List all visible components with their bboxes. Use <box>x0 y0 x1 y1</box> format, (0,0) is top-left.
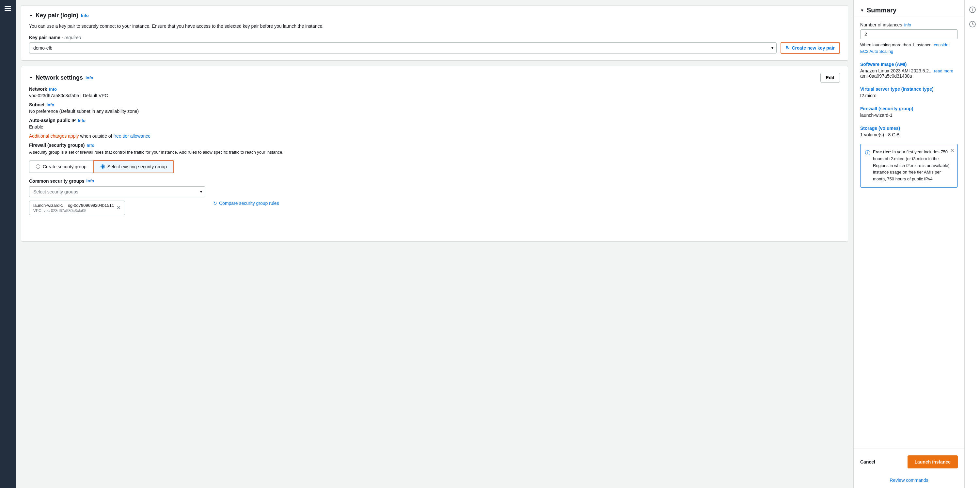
subnet-field-label: Subnet <box>29 102 45 107</box>
sg-tag: launch-wizard-1 sg-0d7909699204b1511 VPC… <box>29 201 125 215</box>
cancel-button[interactable]: Cancel <box>860 459 875 464</box>
charges-row: Additional charges apply when outside of… <box>29 133 840 139</box>
keypair-info-link[interactable]: Info <box>81 13 89 18</box>
subnet-field-info[interactable]: Info <box>46 103 54 107</box>
sidebar-toggle[interactable] <box>0 0 16 488</box>
instance-type-label[interactable]: Virtual server type (instance type) <box>860 86 958 92</box>
instance-type-value: t2.micro <box>860 93 958 98</box>
firewall-info-link[interactable]: Info <box>86 143 94 148</box>
sg-tag-remove-icon[interactable]: ✕ <box>116 205 121 211</box>
instances-input[interactable] <box>860 29 958 39</box>
scaling-note: When launching more than 1 instance, con… <box>860 42 958 54</box>
create-keypair-button[interactable]: ↻ Create new key pair <box>781 42 840 54</box>
sg-tag-name: launch-wizard-1 sg-0d7909699204b1511 VPC… <box>33 203 114 213</box>
ami-id: ami-0aa097a5c0d31430a <box>860 73 912 79</box>
triangle-icon: ▼ <box>29 13 33 18</box>
svg-rect-0 <box>5 6 11 7</box>
network-label-row: Network Info <box>29 86 840 92</box>
keypair-select-wrapper: demo-elb ▾ <box>29 43 776 54</box>
firewall-summary-label[interactable]: Firewall (security group) <box>860 106 958 111</box>
ami-value: Amazon Linux 2023 AMI 2023.5.2... read m… <box>860 68 958 79</box>
storage-value: 1 volume(s) - 8 GiB <box>860 132 958 137</box>
info-icon-far-right[interactable]: i <box>968 5 977 14</box>
radio-create-security-group[interactable]: Create security group <box>29 160 93 173</box>
keypair-description: You can use a key pair to securely conne… <box>29 23 840 30</box>
free-tier-box: ✕ ⓘ Free tier: In your first year includ… <box>860 144 958 188</box>
sg-tag-vpc: VPC: vpc-023d67a580c3cfa05 <box>33 208 114 213</box>
svg-rect-1 <box>5 8 11 9</box>
compare-refresh-icon: ↻ <box>213 201 217 206</box>
network-triangle-icon: ▼ <box>29 75 33 80</box>
free-tier-info-icon: ⓘ <box>865 149 870 157</box>
summary-header: ▼ Summary <box>854 0 964 18</box>
network-header: ▼ Network settings Info Edit <box>29 73 840 82</box>
storage-label[interactable]: Storage (volumes) <box>860 125 958 131</box>
free-tier-allowance-link[interactable]: free tier allowance <box>113 133 151 139</box>
firewall-radio-group: Create security group Select existing se… <box>29 160 840 173</box>
keypair-select[interactable]: demo-elb <box>29 43 776 54</box>
keypair-header: ▼ Key pair (login) Info <box>29 12 840 19</box>
network-field-label: Network <box>29 86 47 92</box>
firewall-field: Firewall (security group) launch-wizard-… <box>854 102 964 122</box>
common-sg-info[interactable]: Info <box>86 178 94 183</box>
ami-label[interactable]: Software Image (AMI) <box>860 62 958 67</box>
summary-triangle-icon: ▼ <box>860 8 864 13</box>
firewall-field-label: Firewall (security groups) <box>29 143 84 148</box>
bottom-actions: Cancel Launch instance <box>854 448 964 475</box>
network-card: ▼ Network settings Info Edit Network Inf… <box>21 66 848 242</box>
svg-text:i: i <box>972 8 973 13</box>
auto-assign-label: Auto-assign public IP <box>29 118 76 123</box>
instances-label-row: Number of instances Info <box>860 22 958 27</box>
launch-instance-button[interactable]: Launch instance <box>908 455 958 469</box>
keypair-field-label: Key pair name - required <box>29 35 840 40</box>
radio-select-existing-security-group[interactable]: Select existing security group <box>93 160 174 173</box>
network-title-text: Network settings <box>36 74 83 81</box>
keypair-card: ▼ Key pair (login) Info You can use a ke… <box>21 5 848 61</box>
instance-type-field: Virtual server type (instance type) t2.m… <box>854 82 964 102</box>
summary-panel: ▼ Summary Number of instances Info When … <box>853 0 964 488</box>
free-tier-text: Free tier: In your first year includes 7… <box>873 149 953 183</box>
network-edit-button[interactable]: Edit <box>820 73 840 82</box>
free-tier-close-button[interactable]: ✕ <box>950 147 954 154</box>
network-field-info[interactable]: Info <box>49 87 57 92</box>
sg-select-row: Select security groups ▾ launch-wizard-1… <box>29 186 840 215</box>
network-info-link[interactable]: Info <box>86 75 93 80</box>
keypair-title: ▼ Key pair (login) Info <box>29 12 89 19</box>
review-commands-link[interactable]: Review commands <box>854 475 964 483</box>
subnet-value: No preference (Default subnet in any ava… <box>29 109 840 114</box>
keypair-row: demo-elb ▾ ↻ Create new key pair <box>29 42 840 54</box>
auto-assign-label-row: Auto-assign public IP Info <box>29 118 840 123</box>
svg-rect-2 <box>5 10 11 11</box>
compare-security-group-link[interactable]: ↻ Compare security group rules <box>213 201 279 206</box>
svg-line-7 <box>972 24 974 25</box>
firewall-description: A security group is a set of firewall ru… <box>29 149 840 155</box>
clock-icon-far-right[interactable] <box>968 19 977 29</box>
auto-assign-info[interactable]: Info <box>78 118 86 123</box>
sg-select[interactable]: Select security groups <box>29 186 205 197</box>
instances-field: Number of instances Info When launching … <box>854 18 964 58</box>
storage-field: Storage (volumes) 1 volume(s) - 8 GiB <box>854 122 964 141</box>
instances-info-link[interactable]: Info <box>904 22 911 27</box>
refresh-icon: ↻ <box>786 45 790 51</box>
network-value: vpc-023d67a580c3cfa05 | Default VPC <box>29 93 840 98</box>
keypair-title-text: Key pair (login) <box>36 12 78 19</box>
ami-field: Software Image (AMI) Amazon Linux 2023 A… <box>854 58 964 82</box>
sg-select-wrapper: Select security groups ▾ <box>29 186 205 197</box>
far-right-panel: i <box>964 0 980 488</box>
charges-link[interactable]: Additional charges apply <box>29 133 79 139</box>
summary-title: Summary <box>867 6 896 14</box>
firewall-summary-value: launch-wizard-1 <box>860 112 958 118</box>
network-title: ▼ Network settings Info <box>29 74 93 81</box>
firewall-label-row: Firewall (security groups) Info <box>29 143 840 148</box>
subnet-label-row: Subnet Info <box>29 102 840 107</box>
ami-read-more-link[interactable]: read more <box>934 68 953 73</box>
free-tier-content: ⓘ Free tier: In your first year includes… <box>865 149 953 183</box>
auto-assign-value: Enable <box>29 124 840 130</box>
common-sg-label-row: Common security groups Info <box>29 178 840 184</box>
